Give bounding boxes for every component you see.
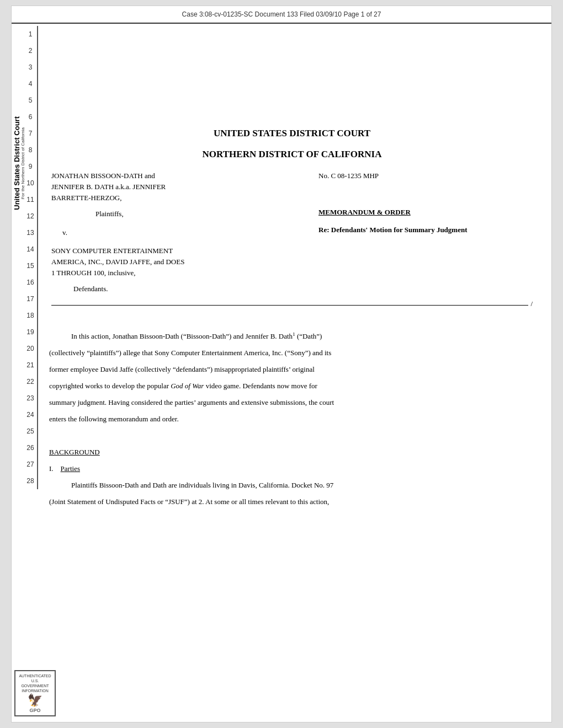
plaintiffs-name: JONATHAN BISSOON-DATH and JENNIFER B. DA… <box>51 170 314 204</box>
line-number-14: 14 <box>24 241 37 258</box>
eagle-icon: 🦅 <box>18 693 52 708</box>
parties-paragraph: Plaintiffs Bissoon-Dath and Dath are ind… <box>49 477 535 510</box>
line-number-13: 13 <box>24 224 37 241</box>
main-content: UNITED STATES DISTRICT COURT NORTHERN DI… <box>38 24 551 708</box>
gpo-stamp: AUTHENTICATED U.S. GOVERNMENT INFORMATIO… <box>14 670 56 716</box>
case-number: No. C 08-1235 MHP <box>318 170 533 181</box>
line-number-25: 25 <box>24 423 37 440</box>
case-header: Case 3:08-cv-01235-SC Document 133 Filed… <box>12 6 551 24</box>
line-number-11: 11 <box>24 191 37 208</box>
case-info-text: Case 3:08-cv-01235-SC Document 133 Filed… <box>182 10 381 18</box>
line-number-2: 2 <box>24 42 37 59</box>
document-page: Case 3:08-cv-01235-SC Document 133 Filed… <box>11 6 552 722</box>
court-name-rotated: United States District Court <box>13 116 21 210</box>
body-line-20: former employee David Jaffe (collectivel… <box>49 361 535 378</box>
case-caption-table: JONATHAN BISSOON-DATH and JENNIFER B. DA… <box>49 167 535 309</box>
defendants-label: Defendants. <box>51 281 314 297</box>
line-number-18: 18 <box>24 307 37 324</box>
body-line-21: copyrighted works to develop the popular… <box>49 378 535 394</box>
stamp-line3: INFORMATION <box>18 688 52 693</box>
body-line-22: summary judgment. Having considered the … <box>49 394 535 411</box>
court-title-2: NORTHERN DISTRICT OF CALIFORNIA <box>49 144 535 165</box>
court-title-1: UNITED STATES DISTRICT COURT <box>49 123 535 144</box>
line-number-19: 19 <box>24 324 37 340</box>
re-motion-label: Re: Defendants' Motion for Summary Judgm… <box>318 224 533 235</box>
stamp-line2: U.S. GOVERNMENT <box>18 678 52 688</box>
gpo-label: GPO <box>18 708 52 713</box>
stamp-box: AUTHENTICATED U.S. GOVERNMENT INFORMATIO… <box>14 670 56 716</box>
line-number-24: 24 <box>24 406 37 423</box>
line-number-21: 21 <box>24 357 37 373</box>
line-number-27: 27 <box>24 456 37 473</box>
line-number-12: 12 <box>24 208 37 224</box>
line-number-5: 5 <box>24 92 37 109</box>
line-number-4: 4 <box>24 76 37 92</box>
line-number-10: 10 <box>24 175 37 191</box>
body-paragraph-1: In this action, Jonathan Bissoon-Dath (“… <box>49 326 535 427</box>
line-number-23: 23 <box>24 390 37 406</box>
line-numbers-column: 1234567891011121314151617181920212223242… <box>24 26 38 489</box>
v-label: v. <box>51 224 314 241</box>
line-number-8: 8 <box>24 142 37 158</box>
line-number-26: 26 <box>24 440 37 456</box>
memo-order-label: MEMORANDUM & ORDER <box>318 206 533 219</box>
line-number-7: 7 <box>24 125 37 142</box>
line-number-1: 1 <box>24 26 37 42</box>
line-number-28: 28 <box>24 473 37 489</box>
section-i-parties: I. Parties <box>49 461 535 477</box>
line-number-9: 9 <box>24 158 37 175</box>
stamp-line1: AUTHENTICATED <box>18 673 52 678</box>
line-number-16: 16 <box>24 274 37 291</box>
line-number-6: 6 <box>24 109 37 125</box>
line-number-22: 22 <box>24 373 37 390</box>
line-number-15: 15 <box>24 258 37 274</box>
background-header: BACKGROUND <box>49 444 535 461</box>
defendants-name: SONY COMPUTER ENTERTAINMENT AMERICA, INC… <box>51 245 314 279</box>
line-number-20: 20 <box>24 340 37 357</box>
body-line-23: enters the following memorandum and orde… <box>49 411 535 427</box>
parties-line-1: Plaintiffs Bissoon-Dath and Dath are ind… <box>49 477 535 494</box>
parties-line-2: (Joint Statement of Undisputed Facts or … <box>49 494 535 510</box>
body-line-19: (collectively “plaintiffs”) allege that … <box>49 345 535 361</box>
line-number-3: 3 <box>24 59 37 76</box>
plaintiffs-label: Plaintiffs, <box>51 206 314 222</box>
line-number-17: 17 <box>24 291 37 307</box>
